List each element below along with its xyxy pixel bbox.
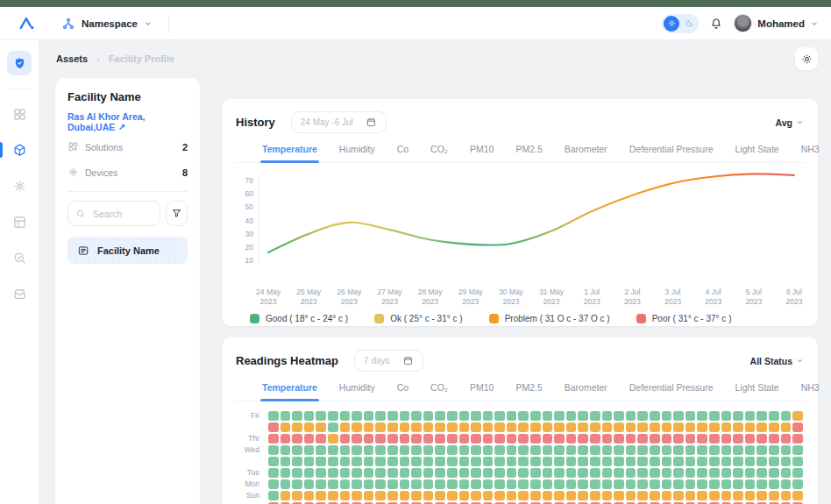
heatmap-cell[interactable]	[662, 445, 672, 455]
heatmap-cell[interactable]	[590, 445, 600, 455]
heatmap-cell[interactable]	[281, 457, 291, 466]
heatmap-cell[interactable]	[590, 468, 600, 478]
heatmap-cell[interactable]	[471, 422, 481, 432]
heatmap-cell[interactable]	[483, 422, 494, 432]
heatmap-cell[interactable]	[387, 468, 398, 478]
heatmap-cell[interactable]	[745, 434, 756, 444]
heatmap-cell[interactable]	[685, 422, 696, 432]
heatmap-cell[interactable]	[614, 411, 624, 421]
tab-light-state[interactable]: Light State	[735, 144, 778, 162]
heatmap-cell[interactable]	[435, 434, 445, 444]
heatmap-cell[interactable]	[268, 457, 279, 466]
heatmap-cell[interactable]	[650, 479, 660, 489]
heatmap-cell[interactable]	[281, 445, 291, 455]
heatmap-cell[interactable]	[650, 445, 660, 455]
heatmap-cell[interactable]	[626, 434, 636, 444]
heatmap-cell[interactable]	[685, 411, 696, 421]
sidebar-item-tray-icon[interactable]	[7, 281, 32, 306]
tab-nh3[interactable]: NH3	[801, 144, 820, 162]
heatmap-cell[interactable]	[507, 422, 517, 432]
heatmap-cell[interactable]	[733, 468, 743, 478]
tab-deferential-pressure[interactable]: Deferential Pressure	[629, 382, 714, 401]
heatmap-cell[interactable]	[292, 422, 302, 432]
heatmap-cell[interactable]	[459, 468, 470, 478]
heatmap-cell[interactable]	[543, 491, 553, 500]
heatmap-cell[interactable]	[626, 457, 636, 466]
heatmap-cell[interactable]	[554, 434, 565, 444]
heatmap-cell[interactable]	[281, 411, 291, 421]
heatmap-cell[interactable]	[745, 468, 756, 478]
heatmap-cell[interactable]	[590, 491, 600, 500]
heatmap-cell[interactable]	[364, 479, 374, 489]
heatmap-cell[interactable]	[554, 479, 565, 489]
tab-pm10[interactable]: PM10	[470, 382, 494, 401]
heatmap-cell[interactable]	[602, 457, 613, 466]
heatmap-cell[interactable]	[518, 468, 529, 478]
heatmap-cell[interactable]	[602, 491, 613, 500]
heatmap-cell[interactable]	[400, 434, 410, 444]
heatmap-cell[interactable]	[471, 445, 481, 455]
heatmap-cell[interactable]	[626, 491, 636, 500]
heatmap-cell[interactable]	[614, 491, 624, 500]
heatmap-cell[interactable]	[459, 491, 470, 500]
heatmap-cell[interactable]	[494, 491, 505, 500]
heatmap-cell[interactable]	[292, 468, 302, 478]
heatmap-cell[interactable]	[400, 422, 410, 432]
heatmap-cell[interactable]	[662, 422, 672, 432]
heatmap-cell[interactable]	[650, 411, 660, 421]
heatmap-cell[interactable]	[328, 445, 338, 455]
tab-humidity[interactable]: Humidity	[339, 382, 375, 401]
heatmap-cell[interactable]	[459, 445, 470, 455]
sidebar-item-search-audit-icon[interactable]	[7, 245, 32, 270]
heatmap-cell[interactable]	[304, 468, 315, 478]
heatmap-cell[interactable]	[792, 491, 803, 500]
heatmap-cell[interactable]	[268, 422, 279, 432]
heatmap-cell[interactable]	[375, 457, 386, 466]
heatmap-cell[interactable]	[268, 445, 279, 455]
heatmap-cell[interactable]	[281, 434, 291, 444]
heatmap-cell[interactable]	[590, 411, 600, 421]
heatmap-cell[interactable]	[637, 468, 648, 478]
heatmap-cell[interactable]	[590, 422, 600, 432]
heatmap-cell[interactable]	[328, 468, 338, 478]
heatmap-cell[interactable]	[543, 468, 553, 478]
heatmap-cell[interactable]	[447, 468, 458, 478]
heatmap-cell[interactable]	[340, 479, 351, 489]
heatmap-cell[interactable]	[340, 422, 351, 432]
heatmap-cell[interactable]	[340, 491, 351, 500]
heatmap-cell[interactable]	[435, 479, 445, 489]
history-date-range-picker[interactable]: 24 May -6 Jul	[291, 111, 387, 133]
tab-barometer[interactable]: Barometer	[565, 144, 607, 162]
heatmap-cell[interactable]	[709, 479, 720, 489]
heatmap-cell[interactable]	[459, 434, 470, 444]
heatmap-cell[interactable]	[673, 445, 684, 455]
heatmap-cell[interactable]	[435, 411, 445, 421]
heatmap-cell[interactable]	[459, 411, 470, 421]
heatmap-cell[interactable]	[769, 457, 779, 466]
heatmap-cell[interactable]	[578, 434, 588, 444]
heatmap-cell[interactable]	[578, 468, 588, 478]
heatmap-cell[interactable]	[375, 422, 386, 432]
heatmap-cell[interactable]	[411, 457, 422, 466]
heatmap-cell[interactable]	[781, 468, 792, 478]
heatmap-cell[interactable]	[578, 491, 588, 500]
heatmap-cell[interactable]	[543, 434, 553, 444]
heatmap-cell[interactable]	[721, 457, 732, 466]
heatmap-cell[interactable]	[507, 434, 517, 444]
sidebar-item-shield-icon[interactable]	[7, 51, 32, 75]
heatmap-cell[interactable]	[543, 479, 553, 489]
heatmap-cell[interactable]	[518, 434, 529, 444]
heatmap-cell[interactable]	[471, 479, 481, 489]
heatmap-cell[interactable]	[352, 445, 362, 455]
heatmap-cell[interactable]	[781, 422, 792, 432]
tab-co[interactable]: Co	[397, 382, 408, 401]
heatmap-cell[interactable]	[769, 411, 779, 421]
notifications-bell-icon[interactable]	[709, 17, 723, 31]
tab-humidity[interactable]: Humidity	[339, 144, 375, 162]
heatmap-cell[interactable]	[292, 445, 302, 455]
heatmap-cell[interactable]	[387, 434, 398, 444]
heatmap-cell[interactable]	[530, 457, 541, 466]
heatmap-cell[interactable]	[316, 468, 326, 478]
heatmap-cell[interactable]	[483, 411, 494, 421]
heatmap-cell[interactable]	[518, 491, 529, 500]
